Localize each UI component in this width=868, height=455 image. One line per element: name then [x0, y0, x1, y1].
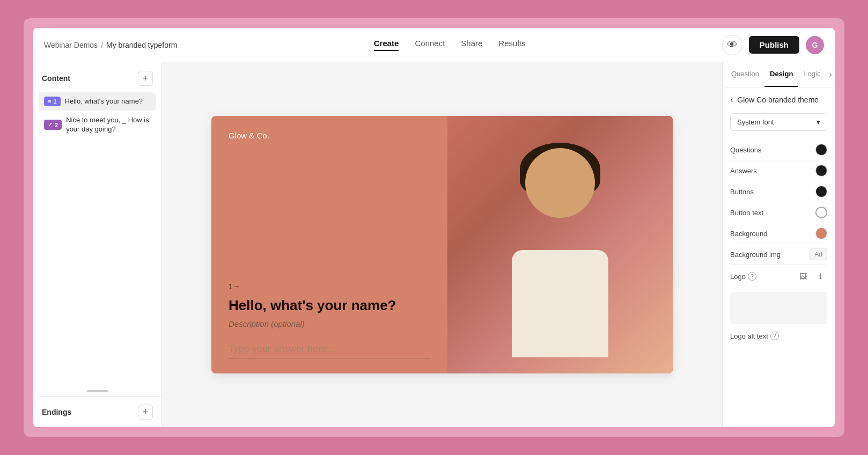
- header: Webinar Demos / My branded typeform Crea…: [33, 28, 835, 62]
- canvas-area: Glow & Co. 1→ Hello, what's your name? D…: [162, 62, 722, 427]
- checkmark-icon: ✓: [48, 121, 53, 128]
- form-question-text: Hello, what's your name?: [229, 297, 430, 314]
- form-logo: Glow & Co.: [229, 131, 430, 140]
- buttons-design-label: Buttons: [730, 188, 754, 196]
- header-nav: Create Connect Share Results: [374, 39, 526, 51]
- design-row-button-text: Button text: [730, 202, 827, 223]
- preview-button[interactable]: 👁: [722, 35, 742, 55]
- answers-design-label: Answers: [730, 167, 757, 175]
- background-design-label: Background: [730, 230, 767, 238]
- sidebar-spacer: [33, 141, 161, 386]
- add-question-button[interactable]: +: [138, 71, 153, 86]
- design-row-questions: Questions: [730, 140, 827, 160]
- content-label: Content: [42, 74, 70, 83]
- question-item-1[interactable]: ≡ 1 Hello, what's your name?: [39, 92, 156, 111]
- button-text-color-swatch[interactable]: [815, 207, 827, 218]
- content-section-header: Content +: [33, 62, 161, 90]
- short-text-icon: ≡: [48, 98, 51, 105]
- question-badge-2: ✓ 2: [44, 120, 62, 130]
- endings-label: Endings: [42, 408, 71, 416]
- person-silhouette: [485, 132, 635, 357]
- background-img-add-button[interactable]: Ad: [810, 248, 827, 260]
- form-content: 1→ Hello, what's your name? Description …: [229, 282, 430, 358]
- person-body: [512, 250, 608, 357]
- question-item-2[interactable]: ✓ 2 Nice to meet you, _ How is your day …: [39, 112, 156, 138]
- person-head: [525, 148, 595, 218]
- background-img-design-label: Background img: [730, 251, 781, 259]
- nav-create[interactable]: Create: [374, 39, 399, 51]
- design-section: ‹ Glow Co branded theme System font ▾ Qu…: [723, 87, 835, 348]
- form-question-number: 1→: [229, 282, 430, 291]
- questions-color-swatch[interactable]: [815, 144, 827, 156]
- design-row-background-img: Background img Ad: [730, 244, 827, 265]
- endings-section: Endings +: [33, 397, 161, 427]
- main-body: Content + ≡ 1 Hello, what's your name? ✓: [33, 62, 835, 427]
- person-image: [447, 116, 673, 373]
- breadcrumb: Webinar Demos / My branded typeform: [44, 41, 177, 49]
- logo-alt-text-label: Logo alt text: [730, 332, 768, 340]
- nav-results[interactable]: Results: [498, 39, 525, 51]
- question-list: ≡ 1 Hello, what's your name? ✓ 2 Nice to…: [33, 90, 161, 141]
- question-text-1: Hello, what's your name?: [65, 97, 143, 106]
- breadcrumb-parent[interactable]: Webinar Demos: [44, 41, 98, 49]
- question-number-indicator: 1→: [229, 282, 240, 291]
- font-label: System font: [737, 118, 774, 126]
- form-input-placeholder: Type your answer here...: [229, 343, 335, 354]
- tab-design[interactable]: Design: [764, 62, 798, 87]
- question-number-2: 2: [55, 122, 58, 128]
- right-panel: Question Design Logic › ‹ Glow Co brande…: [722, 62, 835, 427]
- nav-share[interactable]: Share: [461, 39, 482, 51]
- form-right-panel: [447, 116, 673, 373]
- add-ending-button[interactable]: +: [138, 405, 153, 420]
- logo-help-badge[interactable]: ?: [748, 272, 756, 281]
- buttons-color-swatch[interactable]: [815, 186, 827, 197]
- panel-more-icon[interactable]: ›: [826, 62, 835, 87]
- panel-tabs: Question Design Logic ›: [723, 62, 835, 87]
- design-row-answers: Answers: [730, 160, 827, 181]
- breadcrumb-current[interactable]: My branded typeform: [106, 41, 177, 49]
- back-arrow-icon[interactable]: ‹: [730, 95, 733, 105]
- header-actions: 👁 Publish G: [722, 35, 824, 55]
- nav-connect[interactable]: Connect: [415, 39, 445, 51]
- font-selector[interactable]: System font ▾: [730, 113, 827, 131]
- left-sidebar: Content + ≡ 1 Hello, what's your name? ✓: [33, 62, 162, 427]
- logo-image-icon[interactable]: 🖼: [796, 269, 810, 283]
- questions-design-label: Questions: [730, 146, 762, 154]
- question-text-2: Nice to meet you, _ How is your day goin…: [66, 116, 151, 134]
- app-window: Webinar Demos / My branded typeform Crea…: [33, 28, 835, 427]
- eye-icon: 👁: [727, 39, 738, 51]
- form-preview: Glow & Co. 1→ Hello, what's your name? D…: [211, 116, 673, 373]
- logo-actions: 🖼 ℹ: [796, 269, 827, 283]
- theme-row: ‹ Glow Co branded theme: [730, 95, 827, 105]
- publish-button[interactable]: Publish: [749, 36, 799, 54]
- logo-row: Logo ? 🖼 ℹ: [730, 265, 827, 288]
- scroll-bar: [87, 390, 108, 392]
- question-number-1: 1: [53, 98, 56, 105]
- logo-alt-help-badge[interactable]: ?: [770, 332, 779, 340]
- breadcrumb-separator: /: [101, 41, 103, 49]
- button-text-design-label: Button text: [730, 209, 763, 217]
- form-left-panel: Glow & Co. 1→ Hello, what's your name? D…: [211, 116, 447, 373]
- answers-color-swatch[interactable]: [815, 165, 827, 177]
- avatar: G: [806, 36, 824, 54]
- logo-upload-area[interactable]: [730, 292, 827, 324]
- tab-logic[interactable]: Logic: [798, 62, 826, 87]
- background-color-swatch[interactable]: [815, 228, 827, 239]
- question-badge-1: ≡ 1: [44, 97, 61, 106]
- form-input-area[interactable]: Type your answer here...: [229, 343, 430, 358]
- outer-background: Webinar Demos / My branded typeform Crea…: [24, 18, 844, 437]
- logo-info-icon[interactable]: ℹ: [813, 269, 827, 283]
- design-row-background: Background: [730, 223, 827, 244]
- tab-question[interactable]: Question: [726, 62, 764, 87]
- dropdown-arrow-icon: ▾: [816, 118, 820, 126]
- form-description: Description (optional): [229, 319, 430, 328]
- scroll-indicator: [33, 386, 161, 397]
- theme-name: Glow Co branded theme: [737, 96, 819, 104]
- design-row-buttons: Buttons: [730, 181, 827, 202]
- logo-label: Logo ?: [730, 272, 756, 281]
